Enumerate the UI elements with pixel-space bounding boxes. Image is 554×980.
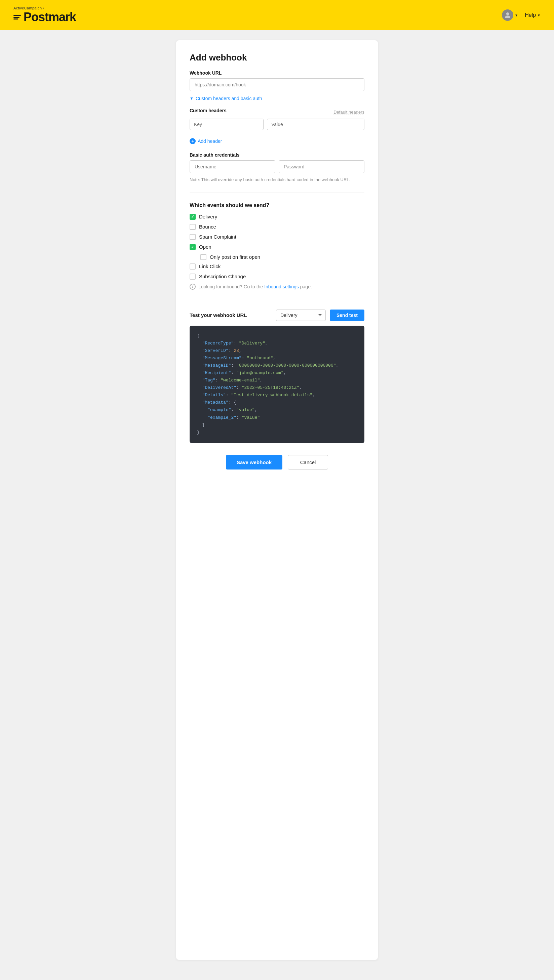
send-test-button[interactable]: Send test (330, 310, 365, 321)
checkbox-open[interactable] (189, 244, 196, 250)
webhook-url-label: Webhook URL (189, 70, 365, 76)
custom-headers-label: Custom headers (189, 108, 226, 113)
checkbox-first-open[interactable] (201, 254, 206, 260)
json-preview: { "RecordType": "Delivery", "ServerID": … (189, 326, 365, 443)
app-header: ActiveCampaign Postmark ▼ Help ▼ (0, 0, 554, 30)
label-subscription-change: Subscription Change (199, 274, 246, 279)
checkbox-delivery[interactable] (189, 214, 196, 220)
username-input[interactable] (189, 160, 275, 173)
label-link-click: Link Click (199, 264, 221, 269)
activecampaign-label: ActiveCampaign (13, 6, 76, 10)
help-chevron-icon: ▼ (537, 13, 541, 17)
user-avatar-button[interactable]: ▼ (502, 10, 518, 21)
auth-inputs-row (189, 160, 365, 173)
default-headers-link[interactable]: Default headers (333, 110, 365, 115)
divider-2 (189, 300, 365, 300)
checkbox-subscription-change[interactable] (189, 274, 196, 280)
label-first-open: Only post on first open (210, 254, 260, 260)
test-title: Test your webhook URL (189, 312, 272, 318)
logo-area: ActiveCampaign Postmark (13, 6, 76, 24)
webhook-url-input[interactable] (189, 78, 365, 91)
custom-headers-section: Custom headers Default headers (189, 108, 365, 130)
event-type-select[interactable]: Delivery Bounce Spam Complaint Open Link… (276, 310, 326, 321)
cancel-button[interactable]: Cancel (288, 455, 328, 469)
checkbox-item-spam: Spam Complaint (189, 234, 365, 240)
expand-arrow-icon: ▼ (189, 96, 194, 101)
inbound-text: Looking for inbound? Go to the Inbound s… (198, 284, 312, 290)
action-buttons: Save webhook Cancel (189, 455, 365, 469)
inbound-settings-link[interactable]: Inbound settings (264, 284, 299, 290)
add-icon: + (189, 138, 196, 144)
checkbox-item-link-click: Link Click (189, 264, 365, 269)
checkbox-item-bounce: Bounce (189, 224, 365, 230)
label-open: Open (199, 244, 212, 250)
header-key-input[interactable] (189, 119, 264, 130)
checkbox-bounce[interactable] (189, 224, 196, 230)
page-title: Add webhook (189, 52, 365, 63)
key-value-row (189, 119, 365, 130)
webhook-card: Add webhook Webhook URL ▼ Custom headers… (176, 40, 378, 960)
main-wrapper: Add webhook Webhook URL ▼ Custom headers… (0, 30, 554, 980)
divider (189, 192, 365, 193)
header-value-input[interactable] (267, 119, 365, 130)
checkbox-item-first-open: Only post on first open (201, 254, 365, 260)
add-header-button[interactable]: + Add header (189, 138, 222, 144)
svg-point-0 (506, 13, 509, 15)
events-title: Which events should we send? (189, 202, 365, 208)
inbound-note: i Looking for inbound? Go to the Inbound… (189, 284, 365, 290)
checkbox-spam[interactable] (189, 234, 196, 240)
basic-auth-label: Basic auth credentials (189, 152, 365, 158)
logo-waves-icon (13, 15, 21, 19)
checkbox-link-click[interactable] (189, 264, 196, 269)
postmark-logo: Postmark (13, 10, 76, 24)
checkbox-item-subscription-change: Subscription Change (189, 274, 365, 280)
save-webhook-button[interactable]: Save webhook (226, 455, 282, 469)
label-spam: Spam Complaint (199, 234, 236, 240)
headers-row: Custom headers Default headers (189, 108, 365, 116)
avatar-chevron-icon: ▼ (515, 13, 518, 17)
info-icon: i (189, 284, 196, 290)
help-button[interactable]: Help ▼ (525, 12, 541, 18)
test-header-row: Test your webhook URL Delivery Bounce Sp… (189, 310, 365, 321)
checkbox-item-open: Open (189, 244, 365, 250)
events-section: Which events should we send? Delivery Bo… (189, 202, 365, 290)
avatar (502, 10, 513, 21)
test-section: Test your webhook URL Delivery Bounce Sp… (189, 310, 365, 443)
basic-auth-section: Basic auth credentials Note: This will o… (189, 152, 365, 183)
label-delivery: Delivery (199, 214, 217, 220)
label-bounce: Bounce (199, 224, 216, 229)
expand-custom-headers[interactable]: ▼ Custom headers and basic auth (189, 96, 365, 101)
header-right: ▼ Help ▼ (502, 10, 541, 21)
password-input[interactable] (279, 160, 365, 173)
auth-note: Note: This will override any basic auth … (189, 177, 365, 183)
checkbox-item-delivery: Delivery (189, 214, 365, 220)
